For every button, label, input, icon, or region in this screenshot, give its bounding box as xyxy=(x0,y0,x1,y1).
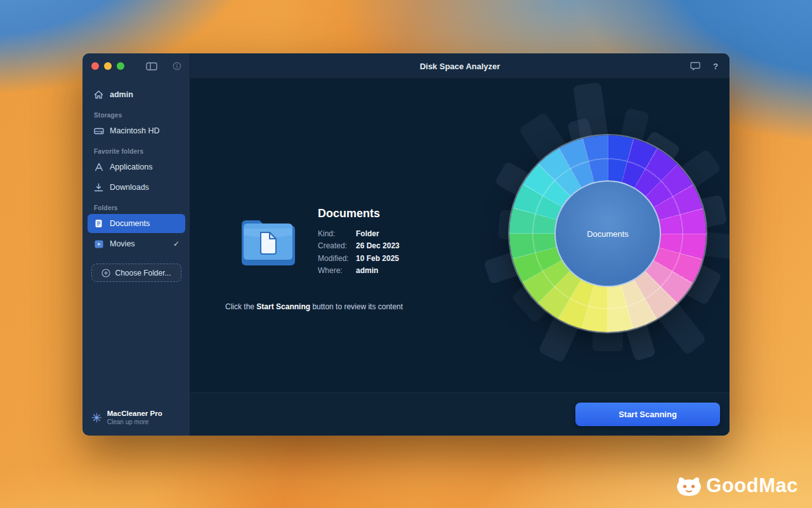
sidebar-item-label: admin xyxy=(110,90,133,99)
detail-label: Created: xyxy=(318,241,356,250)
folder-icon xyxy=(237,213,299,269)
section-label-favorite-folders: Favorite folders xyxy=(94,148,185,155)
sunburst-center[interactable]: Documents xyxy=(554,180,661,287)
detail-row-created: Created: 26 Dec 2023 xyxy=(318,240,400,253)
document-icon xyxy=(93,219,104,228)
cat-logo-icon xyxy=(675,474,703,498)
goodmac-watermark: GoodMac xyxy=(675,474,798,498)
choose-folder-label: Choose Folder... xyxy=(115,269,171,277)
detail-value: admin xyxy=(356,266,378,275)
sidebar-item-label: Applications xyxy=(110,163,152,171)
home-icon xyxy=(93,90,104,99)
sidebar-nav: admin Storages Macintosh HD Favorite fol… xyxy=(82,79,190,282)
detail-value: 26 Dec 2023 xyxy=(356,241,400,250)
detail-row-where: Where: admin xyxy=(318,265,400,277)
detail-row-kind: Kind: Folder xyxy=(318,227,400,240)
sidebar-item-movies[interactable]: Movies ✓ xyxy=(88,234,185,253)
detail-value: Folder xyxy=(356,229,379,238)
detail-label: Modified: xyxy=(318,254,356,263)
sidebar-item-label: Macintosh HD xyxy=(110,126,160,135)
promo-text: MacCleaner Pro Clean up more xyxy=(107,410,162,425)
section-label-storages: Storages xyxy=(94,112,185,119)
maccleaner-promo[interactable]: ✳ MacCleaner Pro Clean up more xyxy=(82,402,190,436)
folder-info-panel: Documents Kind: Folder Created: 26 Dec 2… xyxy=(237,207,400,277)
info-icon[interactable] xyxy=(173,62,181,70)
start-scanning-button[interactable]: Start Scanning xyxy=(575,403,720,426)
choose-folder-button[interactable]: Choose Folder... xyxy=(91,264,181,282)
drive-icon xyxy=(93,127,104,135)
sidebar-item-admin[interactable]: admin xyxy=(88,85,185,104)
window-controls xyxy=(82,53,190,79)
brand-name: GoodMac xyxy=(706,474,798,497)
sidebar-item-label: Downloads xyxy=(110,183,149,192)
folder-title: Documents xyxy=(318,207,400,220)
plus-circle-icon xyxy=(102,269,110,277)
checkmark-icon: ✓ xyxy=(173,239,180,248)
sidebar-item-label: Movies xyxy=(110,239,135,248)
applications-icon xyxy=(93,163,104,171)
help-button[interactable]: ? xyxy=(713,62,718,71)
section-label-folders: Folders xyxy=(94,204,185,211)
promo-subtitle: Clean up more xyxy=(107,418,162,425)
close-window-button[interactable] xyxy=(91,62,99,70)
promo-title: MacCleaner Pro xyxy=(107,410,162,417)
detail-value: 10 Feb 2025 xyxy=(356,254,399,263)
scan-hint-text: Click the Start Scanning button to revie… xyxy=(225,302,403,311)
toggle-sidebar-icon[interactable] xyxy=(146,62,157,70)
titlebar: Disk Space Analyzer ? xyxy=(190,53,730,79)
download-icon xyxy=(93,183,104,192)
sunburst-center-label: Documents xyxy=(587,229,629,239)
detail-row-modified: Modified: 10 Feb 2025 xyxy=(318,252,400,265)
sidebar-item-macintosh-hd[interactable]: Macintosh HD xyxy=(88,121,185,140)
main-panel: Disk Space Analyzer ? Documents xyxy=(190,53,730,436)
sidebar-item-applications[interactable]: Applications xyxy=(88,157,185,177)
feedback-bubble-icon[interactable] xyxy=(690,62,700,70)
footer-bar: Start Scanning xyxy=(190,392,730,436)
content-area: Documents Documents Ki xyxy=(190,79,730,392)
sidebar-item-downloads[interactable]: Downloads xyxy=(88,178,185,197)
sidebar: admin Storages Macintosh HD Favorite fol… xyxy=(82,53,190,436)
app-window: admin Storages Macintosh HD Favorite fol… xyxy=(82,53,730,436)
detail-label: Kind: xyxy=(318,229,356,238)
minimize-window-button[interactable] xyxy=(104,62,112,70)
sunburst-wheel[interactable]: Documents xyxy=(509,135,706,332)
detail-label: Where: xyxy=(318,266,356,275)
movies-icon xyxy=(93,240,104,248)
snowflake-icon: ✳ xyxy=(91,411,102,424)
titlebar-icons: ? xyxy=(690,53,718,79)
window-title: Disk Space Analyzer xyxy=(420,62,501,71)
sidebar-item-label: Documents xyxy=(110,219,150,228)
folder-details: Documents Kind: Folder Created: 26 Dec 2… xyxy=(318,207,400,277)
sidebar-item-documents[interactable]: Documents xyxy=(88,214,185,233)
zoom-window-button[interactable] xyxy=(117,62,124,70)
